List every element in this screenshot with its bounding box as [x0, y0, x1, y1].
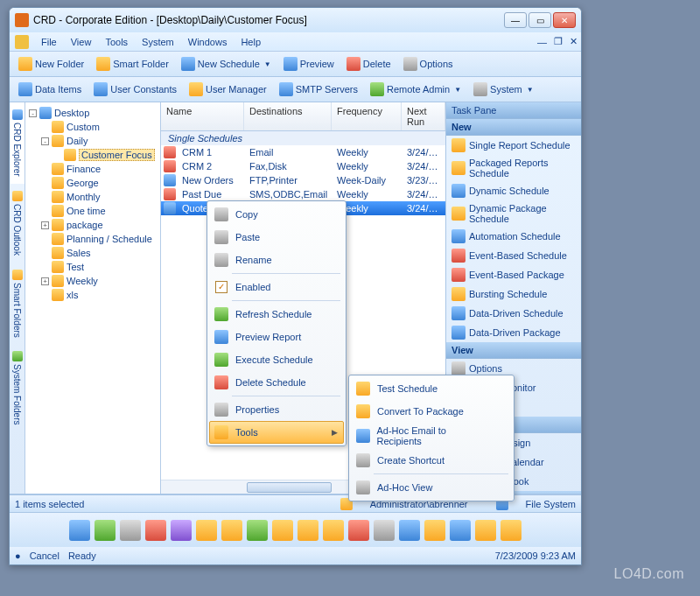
toolbar-smtp-servers[interactable]: SMTP Servers — [274, 80, 363, 99]
menu-system[interactable]: System — [135, 34, 181, 50]
taskpane-automation-schedule[interactable]: Automation Schedule — [446, 227, 581, 246]
tree-node-test[interactable]: Test — [27, 260, 158, 274]
mdi-minimize-icon[interactable]: — — [534, 35, 550, 49]
bottom-toolbar-icon-16[interactable] — [475, 520, 496, 541]
tree-node-george[interactable]: George — [27, 176, 158, 190]
taskpane-packaged-reports-schedule[interactable]: Packaged Reports Schedule — [446, 155, 581, 181]
taskpane-single-report-schedule[interactable]: Single Report Schedule — [446, 136, 581, 155]
bottom-toolbar-icon-5[interactable] — [196, 520, 217, 541]
menu-copy[interactable]: Copy — [209, 203, 344, 226]
table-row[interactable]: New OrdersFTP,PrinterWeek-Daily3/23/2009… — [161, 173, 445, 187]
taskpane-event-based-schedule[interactable]: Event-Based Schedule — [446, 246, 581, 265]
tree-node-one-time[interactable]: One time — [27, 204, 158, 218]
bottom-toolbar-icon-15[interactable] — [450, 520, 471, 541]
tree-node-package[interactable]: +package — [27, 218, 158, 232]
sidetab-crd-explorer[interactable]: CRD Explorer — [10, 102, 24, 184]
toolbar-remote-admin[interactable]: Remote Admin▼ — [365, 80, 466, 99]
bottom-toolbar-icon-8[interactable] — [272, 520, 293, 541]
sidetab-smart-folders[interactable]: Smart Folders — [10, 263, 24, 345]
header-destinations[interactable]: Destinations — [244, 102, 332, 130]
taskpane-bursting-schedule[interactable]: Bursting Schedule — [446, 284, 581, 304]
bottom-toolbar-icon-4[interactable] — [171, 520, 192, 541]
toolbar-delete[interactable]: Delete — [341, 54, 396, 74]
menu-tools[interactable]: Tools — [98, 34, 135, 50]
tree-node-sales[interactable]: Sales — [27, 246, 158, 260]
header-frequency[interactable]: Frequency — [332, 102, 402, 130]
menu-help[interactable]: Help — [234, 34, 268, 50]
menu-delete-schedule[interactable]: Delete Schedule — [209, 371, 344, 394]
tree-node-weekly[interactable]: +Weekly — [27, 274, 158, 288]
maximize-button[interactable]: ▭ — [528, 12, 551, 28]
tree-node-custom[interactable]: Custom — [27, 120, 158, 134]
tree-node-finance[interactable]: Finance — [27, 162, 158, 176]
bottom-toolbar-icon-0[interactable] — [69, 520, 90, 541]
toolbar-data-items[interactable]: Data Items — [13, 80, 87, 99]
bottom-toolbar-icon-3[interactable] — [145, 520, 166, 541]
bottom-toolbar-icon-14[interactable] — [424, 520, 445, 541]
tree-node-desktop[interactable]: -Desktop — [27, 106, 158, 120]
expand-icon[interactable]: - — [29, 109, 37, 117]
bottom-toolbar-icon-17[interactable] — [500, 520, 522, 541]
menu-view[interactable]: View — [64, 34, 99, 50]
taskpane-dynamic-package-schedule[interactable]: Dynamic Package Schedule — [446, 200, 581, 227]
menu-create-shortcut[interactable]: Create Shortcut — [351, 449, 512, 472]
bottom-toolbar-icon-9[interactable] — [298, 520, 318, 541]
toolbar-preview[interactable]: Preview — [278, 54, 340, 74]
scrollbar-thumb[interactable] — [247, 482, 332, 493]
bottom-toolbar-icon-11[interactable] — [348, 520, 369, 541]
context-menu[interactable]: CopyPasteRename✓EnabledRefresh ScheduleP… — [206, 200, 346, 446]
menu-ad-hoc-email-to-recipients[interactable]: Ad-Hoc Email to Recipients — [351, 423, 512, 449]
menu-rename[interactable]: Rename — [209, 249, 344, 271]
menu-preview-report[interactable]: Preview Report — [209, 326, 344, 348]
menu-windows[interactable]: Windows — [181, 34, 234, 50]
toolbar-system[interactable]: System▼ — [468, 80, 539, 99]
header-nextrun[interactable]: Next Run — [402, 102, 445, 130]
table-row[interactable]: Past DueSMS,ODBC,EmailWeekly3/24/2009 12… — [161, 187, 445, 201]
menu-convert-to-package[interactable]: Convert To Package — [351, 400, 512, 423]
tree-node-daily[interactable]: -Daily — [27, 134, 158, 148]
taskpane-data-driven-package[interactable]: Data-Driven Package — [446, 323, 581, 342]
bottom-toolbar-icon-2[interactable] — [120, 520, 141, 541]
taskpane-dynamic-schedule[interactable]: Dynamic Schedule — [446, 181, 581, 200]
sidetab-crd-outlook[interactable]: CRD Outlook — [10, 184, 24, 263]
menu-file[interactable]: File — [34, 34, 64, 50]
menu-refresh-schedule[interactable]: Refresh Schedule — [209, 303, 344, 326]
mdi-close-icon[interactable]: ✕ — [566, 34, 581, 49]
toolbar-new-schedule[interactable]: New Schedule▼ — [176, 54, 276, 74]
status-cancel[interactable]: Cancel — [30, 550, 60, 561]
mdi-restore-icon[interactable]: ❐ — [550, 34, 566, 49]
bottom-toolbar-icon-10[interactable] — [323, 520, 344, 541]
tree-node-monthly[interactable]: Monthly — [27, 190, 158, 204]
tree-node-planning-schedule[interactable]: Planning / Schedule — [27, 232, 158, 246]
menu-paste[interactable]: Paste — [209, 226, 344, 249]
menu-properties[interactable]: Properties — [209, 398, 344, 421]
expand-icon[interactable]: + — [41, 277, 49, 285]
toolbar-smart-folder[interactable]: Smart Folder — [91, 54, 174, 74]
close-button[interactable]: ✕ — [553, 12, 576, 28]
menu-ad-hoc-view[interactable]: Ad-Hoc View — [351, 476, 512, 499]
expand-icon[interactable]: + — [41, 221, 49, 229]
tree-node-customer-focus[interactable]: Customer Focus — [27, 148, 158, 162]
header-name[interactable]: Name — [161, 102, 244, 130]
toolbar-user-manager[interactable]: User Manager — [184, 80, 272, 99]
menu-execute-schedule[interactable]: Execute Schedule — [209, 348, 344, 371]
table-row[interactable]: CRM 1EmailWeekly3/24/2009 12:19... — [161, 145, 445, 159]
bottom-toolbar-icon-1[interactable] — [94, 520, 116, 541]
sidetab-system-folders[interactable]: System Folders — [10, 344, 24, 431]
toolbar-user-constants[interactable]: User Constants — [88, 80, 182, 99]
minimize-button[interactable]: — — [504, 12, 527, 28]
table-row[interactable]: CRM 2Fax,DiskWeekly3/24/2009 12:17... — [161, 159, 445, 173]
menu-test-schedule[interactable]: Test Schedule — [351, 377, 512, 400]
expand-icon[interactable]: - — [41, 137, 49, 145]
tree-node-xls[interactable]: xls — [27, 288, 158, 302]
taskpane-event-based-package[interactable]: Event-Based Package — [446, 265, 581, 284]
bottom-toolbar-icon-12[interactable] — [374, 520, 395, 541]
toolbar-options[interactable]: Options — [398, 54, 458, 74]
bottom-toolbar-icon-13[interactable] — [399, 520, 420, 541]
taskpane-data-driven-schedule[interactable]: Data-Driven Schedule — [446, 304, 581, 323]
toolbar-new-folder[interactable]: New Folder — [13, 54, 89, 74]
bottom-toolbar-icon-7[interactable] — [247, 520, 268, 541]
menu-enabled[interactable]: ✓Enabled — [209, 276, 344, 298]
context-submenu-tools[interactable]: Test ScheduleConvert To PackageAd-Hoc Em… — [348, 375, 514, 501]
menu-tools[interactable]: Tools▶ — [209, 421, 344, 444]
